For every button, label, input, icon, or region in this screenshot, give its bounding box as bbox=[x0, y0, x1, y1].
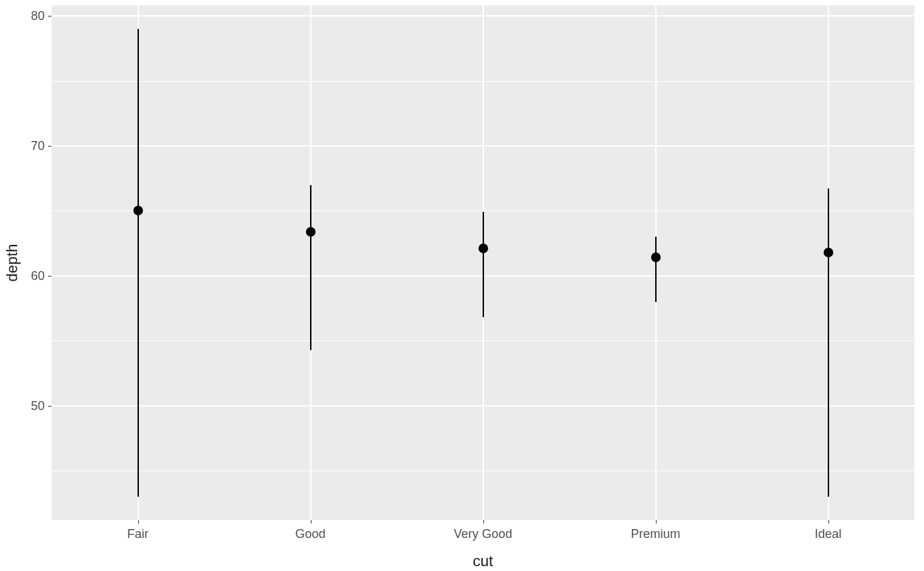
pointrange-bar bbox=[828, 188, 829, 497]
pointrange-bar bbox=[655, 237, 657, 301]
y-tick-label: 80 bbox=[31, 9, 45, 23]
chart-container: 50607080 FairGoodVery GoodPremiumIdeal d… bbox=[0, 0, 924, 571]
y-tick-label: 50 bbox=[31, 398, 45, 413]
pointrange-dot bbox=[651, 252, 661, 262]
pointrange-bar bbox=[310, 185, 311, 350]
x-tick-mark bbox=[138, 520, 139, 524]
pointrange-bar bbox=[483, 212, 484, 317]
y-tick-label: 70 bbox=[31, 139, 45, 153]
y-tick-mark bbox=[48, 276, 52, 277]
x-tick-mark bbox=[311, 520, 311, 524]
x-tick-label: Good bbox=[295, 527, 325, 541]
y-tick-mark bbox=[48, 406, 52, 407]
x-tick-mark bbox=[828, 520, 829, 524]
plot-panel bbox=[52, 6, 914, 520]
x-tick-label: Fair bbox=[127, 527, 148, 541]
pointrange-bar bbox=[138, 29, 139, 497]
x-axis-title: cut bbox=[473, 552, 493, 570]
pointrange-dot bbox=[133, 206, 143, 215]
y-tick-label: 60 bbox=[31, 268, 45, 283]
pointrange-dot bbox=[824, 248, 833, 257]
x-tick-mark bbox=[656, 520, 657, 524]
x-tick-label: Very Good bbox=[454, 527, 512, 541]
y-tick-mark bbox=[48, 16, 52, 17]
x-tick-label: Premium bbox=[630, 527, 680, 541]
x-tick-label: Ideal bbox=[815, 527, 842, 541]
y-axis-title: depth bbox=[3, 244, 21, 281]
pointrange-dot bbox=[306, 227, 316, 237]
pointrange-dot bbox=[478, 244, 488, 253]
x-tick-mark bbox=[483, 520, 484, 524]
y-tick-mark bbox=[48, 146, 52, 147]
